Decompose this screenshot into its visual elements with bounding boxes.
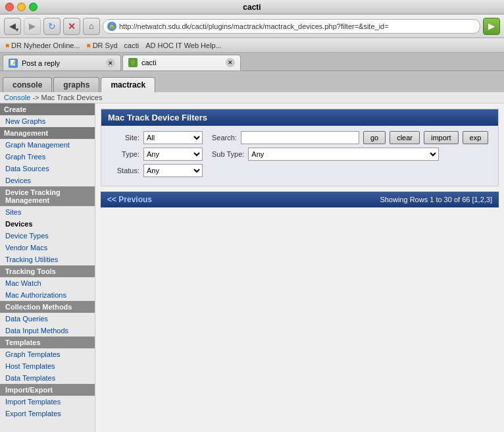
back-dropdown-icon[interactable]: ▼ [14, 27, 20, 33]
window-controls [5, 3, 38, 11]
status-label: Status: [107, 167, 139, 175]
tab-close-button[interactable]: ✕ [106, 59, 115, 68]
sidebar: Create New Graphs Management Graph Manag… [0, 103, 95, 432]
back-button[interactable]: ◀ ▼ [4, 18, 21, 35]
bookmarks-bar: ■ DR Nyheder Online... ■ DR Syd cacti AD… [0, 38, 504, 53]
sidebar-item-devices-mgmt[interactable]: Devices [0, 175, 95, 186]
sidebar-item-device-types[interactable]: Device Types [0, 230, 95, 242]
browser-tab-cacti[interactable]: 🌵 cacti ✕ [122, 55, 241, 70]
subtype-select[interactable]: Any [248, 148, 439, 161]
tab-favicon: 🌵 [128, 58, 138, 67]
tab-mactrack[interactable]: mactrack [101, 77, 155, 92]
sidebar-section-device-tracking: Device Tracking Management [0, 186, 95, 206]
stop-icon: ✕ [68, 21, 76, 32]
tab-graphs[interactable]: graphs [53, 77, 99, 92]
results-bar: << Previous Showing Rows 1 to 30 of 66 [… [101, 192, 499, 207]
forward-button[interactable]: ▶ [24, 18, 41, 35]
sidebar-section-management: Management [0, 127, 95, 139]
type-select[interactable]: Any [143, 148, 203, 161]
rss-icon: ■ [87, 41, 91, 49]
address-bar[interactable]: 🔒 http://netwatch.sdu.dk/cacti/plugins/m… [103, 19, 480, 34]
sidebar-item-data-queries[interactable]: Data Queries [0, 313, 95, 325]
nav-bar: ◀ ▼ ▶ ↻ ✕ ⌂ 🔒 http://netwatch.sdu.dk/cac… [0, 14, 504, 38]
tab-label: mactrack [111, 80, 145, 90]
sidebar-item-export-templates[interactable]: Export Templates [0, 408, 95, 419]
bookmark-label: cacti [124, 41, 139, 49]
home-button[interactable]: ⌂ [83, 18, 100, 35]
showing-rows: Showing Rows 1 to 30 of 66 [1,2,3] [380, 196, 492, 203]
sidebar-item-data-input-methods[interactable]: Data Input Methods [0, 325, 95, 337]
go-button[interactable]: ▶ [483, 18, 500, 35]
stop-button[interactable]: ✕ [63, 18, 80, 35]
forward-icon: ▶ [29, 21, 36, 31]
bookmark-label: DR Nyheder Online... [11, 41, 80, 49]
bookmark-dr-nyheder[interactable]: ■ DR Nyheder Online... [5, 41, 80, 49]
refresh-button[interactable]: ↻ [43, 18, 61, 35]
sidebar-section-templates: Templates [0, 337, 95, 348]
search-input[interactable] [241, 131, 359, 144]
go-button[interactable]: go [363, 131, 386, 144]
app-area: console graphs mactrack Console -> Mac T… [0, 71, 504, 432]
sidebar-item-mac-watch[interactable]: Mac Watch [0, 277, 95, 289]
previous-link[interactable]: << Previous [107, 195, 152, 204]
bookmark-dr-syd[interactable]: ■ DR Syd [87, 41, 118, 49]
tab-favicon: 📝 [9, 59, 18, 68]
minimize-button[interactable] [17, 3, 26, 11]
go-arrow-icon: ▶ [488, 21, 495, 31]
sidebar-item-import-templates[interactable]: Import Templates [0, 396, 95, 408]
window-title: cacti [243, 3, 261, 12]
sidebar-section-import-export: Import/Export [0, 384, 95, 396]
filter-row-type: Type: Any Sub Type: Any [107, 148, 493, 161]
site-label: Site: [107, 134, 139, 142]
tab-close-button[interactable]: ✕ [226, 58, 235, 67]
filter-header: Mac Track Device Filters [101, 109, 498, 126]
filter-row-status: Status: Any [107, 164, 493, 177]
close-button[interactable] [5, 3, 14, 11]
breadcrumb-console-link[interactable]: Console [4, 94, 30, 101]
sidebar-item-graph-templates[interactable]: Graph Templates [0, 348, 95, 360]
breadcrumb-current: Mac Track Devices [41, 94, 103, 101]
sidebar-item-new-graphs[interactable]: New Graphs [0, 115, 95, 127]
import-button[interactable]: import [424, 131, 459, 144]
tab-label: graphs [63, 80, 89, 90]
bookmark-cacti[interactable]: cacti [124, 41, 139, 49]
clear-button[interactable]: clear [390, 131, 420, 144]
home-icon: ⌂ [89, 21, 94, 31]
sidebar-item-data-templates[interactable]: Data Templates [0, 372, 95, 384]
sidebar-item-host-templates[interactable]: Host Templates [0, 360, 95, 372]
rss-icon: ■ [5, 41, 9, 49]
sidebar-section-collection-methods: Collection Methods [0, 301, 95, 313]
filter-body: Site: All Search: go clear import exp [101, 126, 498, 186]
sidebar-section-create: Create [0, 103, 95, 115]
maximize-button[interactable] [29, 3, 38, 11]
sidebar-item-graph-management[interactable]: Graph Management [0, 139, 95, 151]
type-label: Type: [107, 150, 139, 158]
site-icon: 🔒 [107, 22, 116, 31]
sidebar-item-devices[interactable]: Devices [0, 218, 95, 230]
refresh-icon: ↻ [48, 21, 56, 32]
site-select[interactable]: All [143, 131, 203, 144]
status-select[interactable]: Any [143, 164, 203, 177]
bookmark-adhoc[interactable]: AD HOC IT Web Help... [145, 41, 222, 49]
breadcrumb-arrow: -> [32, 94, 39, 101]
sidebar-item-mac-authorizations[interactable]: Mac Authorizations [0, 289, 95, 301]
tab-console[interactable]: console [3, 77, 52, 92]
bookmark-label: DR Syd [93, 41, 118, 49]
bookmark-label: AD HOC IT Web Help... [145, 41, 222, 49]
main-content: Mac Track Device Filters Site: All Searc… [95, 103, 504, 432]
sidebar-item-data-sources[interactable]: Data Sources [0, 163, 95, 175]
sidebar-item-vendor-macs[interactable]: Vendor Macs [0, 242, 95, 254]
tab-label: cacti [141, 59, 157, 67]
sidebar-item-tracking-utilities[interactable]: Tracking Utilities [0, 254, 95, 265]
sidebar-section-tracking-tools: Tracking Tools [0, 265, 95, 277]
browser-tab-bar: 📝 Post a reply ✕ 🌵 cacti ✕ [0, 53, 504, 71]
tab-label: Post a reply [22, 59, 60, 67]
browser-tab-post-reply[interactable]: 📝 Post a reply ✕ [3, 55, 121, 70]
subtype-label: Sub Type: [212, 150, 244, 158]
main-wrapper: console graphs mactrack Console -> Mac T… [0, 71, 504, 432]
sidebar-item-graph-trees[interactable]: Graph Trees [0, 151, 95, 163]
tab-label: console [13, 80, 42, 90]
address-text: http://netwatch.sdu.dk/cacti/plugins/mac… [119, 22, 389, 30]
exp-button[interactable]: exp [463, 131, 489, 144]
sidebar-item-sites[interactable]: Sites [0, 206, 95, 218]
